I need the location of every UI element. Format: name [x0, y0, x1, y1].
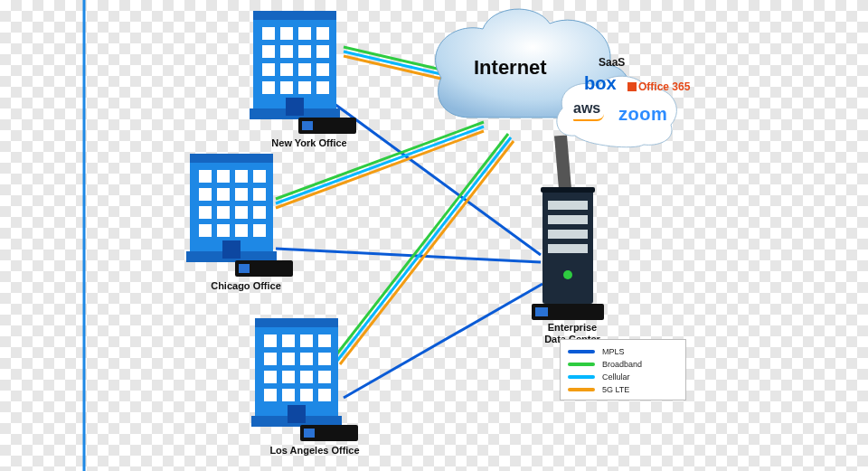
legend-item: 5G LTE: [568, 383, 678, 396]
legend-swatch-lte: [568, 388, 595, 391]
legend-item: MPLS: [568, 345, 678, 358]
vendor-aws: aws: [573, 101, 604, 121]
vendor-box: box: [584, 74, 617, 92]
svg-rect-11: [548, 201, 588, 210]
internet-label: Internet: [474, 56, 547, 80]
la-office-icon: [251, 318, 358, 441]
svg-point-15: [563, 270, 572, 279]
vendor-zoom: zoom: [618, 105, 667, 123]
link-la-dc-mpls: [344, 284, 542, 398]
legend-swatch-cellular: [568, 375, 595, 379]
diagram-canvas: [0, 0, 868, 471]
la-office-label: Los Angeles Office: [251, 445, 378, 456]
chi-office-label: Chicago Office: [192, 280, 300, 291]
ny-office-icon: [250, 11, 356, 134]
ny-office-label: New York Office: [255, 137, 363, 148]
svg-rect-12: [548, 215, 588, 224]
legend-swatch-mpls: [568, 350, 595, 353]
saas-label: SaaS: [599, 56, 625, 69]
svg-rect-14: [548, 244, 588, 253]
legend-item: Cellular: [568, 371, 678, 383]
legend-swatch-broadband: [568, 363, 595, 366]
chi-office-icon: [186, 154, 293, 277]
legend-item: Broadband: [568, 358, 678, 371]
svg-rect-13: [548, 230, 588, 239]
svg-rect-10: [541, 187, 595, 193]
legend-box: MPLS Broadband Cellular 5G LTE: [560, 339, 686, 400]
datacenter-server: [532, 187, 604, 320]
link-cloud-dc: [561, 136, 565, 189]
vendor-office365: Office 365: [627, 81, 690, 92]
svg-rect-17: [535, 307, 548, 316]
